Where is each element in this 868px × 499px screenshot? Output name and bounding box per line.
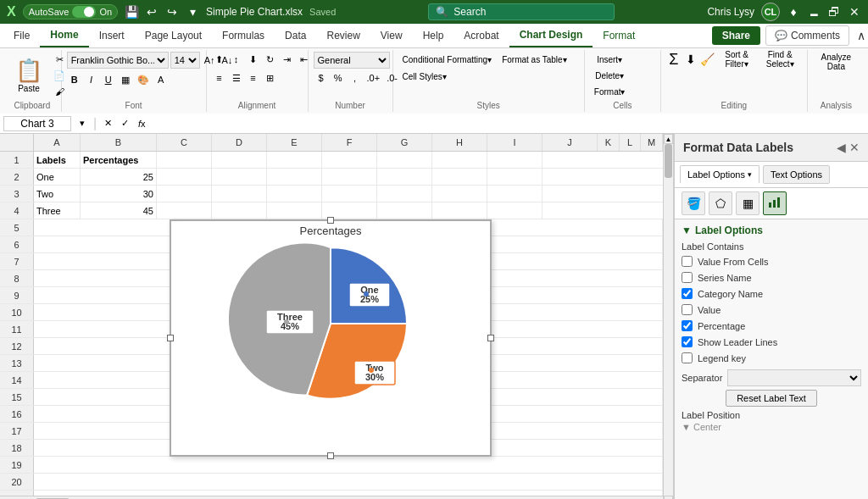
conditional-formatting-button[interactable]: Conditional Formatting▾	[398, 52, 497, 67]
v-scrollbar[interactable]: ▲ ▼	[663, 134, 673, 499]
resize-handle-top[interactable]	[327, 217, 334, 224]
cell-d4[interactable]	[212, 202, 267, 219]
tab-acrobat[interactable]: Acrobat	[453, 24, 509, 47]
chart-container[interactable]: Percentages One 25%	[170, 219, 492, 457]
tab-insert[interactable]: Insert	[89, 24, 135, 47]
v-scroll-track[interactable]	[664, 144, 673, 496]
checkbox-series-name[interactable]	[682, 272, 693, 283]
panel-pin-button[interactable]: ◀	[837, 141, 846, 154]
sort-filter-button[interactable]: Sort & Filter▾	[717, 52, 757, 67]
align-center-button[interactable]: ☰	[229, 70, 244, 86]
cell-a2[interactable]: One	[34, 169, 81, 185]
align-right-button[interactable]: ≡	[246, 70, 261, 86]
tab-home[interactable]: Home	[40, 24, 88, 47]
comma-button[interactable]: ,	[348, 70, 363, 86]
cell-h2[interactable]	[432, 169, 487, 185]
tab-review[interactable]: Review	[316, 24, 370, 47]
v-scroll-thumb[interactable]	[665, 144, 672, 178]
cell-h4[interactable]	[432, 202, 487, 219]
tab-page-layout[interactable]: Page Layout	[135, 24, 212, 47]
format-button[interactable]: Format▾	[590, 84, 630, 99]
cell-d1[interactable]	[212, 152, 267, 168]
label-options-icon-button[interactable]	[763, 191, 787, 215]
save-button[interactable]: 💾	[125, 5, 138, 19]
checkbox-show-leader-lines[interactable]	[682, 336, 693, 347]
cell-a4[interactable]: Three	[34, 202, 81, 219]
tab-file[interactable]: File	[3, 24, 40, 47]
scroll-down-button[interactable]: ▼	[664, 496, 673, 499]
cell-a1[interactable]: Labels	[34, 152, 81, 168]
cell-b3[interactable]: 30	[81, 186, 157, 202]
reset-label-text-button[interactable]: Reset Label Text	[726, 390, 817, 407]
cell-d2[interactable]	[212, 169, 267, 185]
border-button[interactable]: ▦	[118, 72, 133, 87]
cell-c1[interactable]	[157, 152, 212, 168]
cell-e1[interactable]	[267, 152, 322, 168]
diamond-icon[interactable]: ♦	[787, 5, 800, 19]
cell-g1[interactable]	[377, 152, 432, 168]
clear-button[interactable]: 🧹	[700, 52, 715, 67]
tab-text-options[interactable]: Text Options	[763, 165, 830, 184]
separator-dropdown[interactable]	[727, 369, 861, 386]
cell-c4[interactable]	[157, 202, 212, 219]
align-bottom-button[interactable]: ⬇	[246, 52, 261, 67]
format-as-table-button[interactable]: Format as Table▾	[498, 52, 571, 67]
sum-button[interactable]: Σ	[666, 52, 682, 67]
cell-e4[interactable]	[267, 202, 322, 219]
italic-button[interactable]: I	[84, 72, 99, 87]
align-left-button[interactable]: ≡	[212, 70, 227, 86]
checkbox-legend-key[interactable]	[682, 352, 693, 363]
cell-d3[interactable]	[212, 186, 267, 202]
currency-button[interactable]: $	[314, 70, 329, 86]
cell-c3[interactable]	[157, 186, 212, 202]
tab-data[interactable]: Data	[275, 24, 316, 47]
delete-button[interactable]: Delete▾	[590, 68, 630, 83]
cell-b4[interactable]: 45	[81, 202, 157, 219]
insert-button[interactable]: Insert▾	[590, 52, 630, 67]
merge-button[interactable]: ⊞	[263, 70, 278, 86]
panel-close-button[interactable]: ✕	[849, 141, 860, 154]
font-size-select[interactable]: 14	[170, 52, 200, 69]
checkbox-percentage[interactable]	[682, 320, 693, 331]
effects-icon-button[interactable]: ⬠	[709, 191, 732, 215]
cell-e2[interactable]	[267, 169, 322, 185]
resize-handle-bottom[interactable]	[327, 452, 334, 459]
minimize-button[interactable]: 🗕	[807, 5, 821, 19]
fill-effects-icon-button[interactable]: 🪣	[682, 191, 705, 215]
tab-help[interactable]: Help	[413, 24, 454, 47]
resize-handle-left[interactable]	[167, 335, 174, 341]
search-box[interactable]: 🔍 Search	[428, 3, 615, 20]
indent-more-button[interactable]: ⇥	[280, 52, 295, 67]
cell-i2[interactable]	[487, 169, 542, 185]
formula-input[interactable]	[153, 118, 865, 130]
font-color-button[interactable]: A	[153, 72, 169, 87]
cell-styles-button[interactable]: Cell Styles▾	[398, 69, 451, 84]
customize-button[interactable]: ▾	[186, 5, 199, 19]
size-properties-icon-button[interactable]: ▦	[736, 191, 760, 215]
cell-i1[interactable]	[487, 152, 542, 168]
tab-label-options[interactable]: Label Options ▾	[680, 165, 760, 184]
cell-g3[interactable]	[377, 186, 432, 202]
cell-i3[interactable]	[487, 186, 542, 202]
fill-color-button[interactable]: 🎨	[135, 72, 152, 87]
increase-decimal-button[interactable]: .0+	[364, 70, 383, 86]
close-button[interactable]: ✕	[848, 5, 861, 19]
resize-handle-right[interactable]	[487, 335, 494, 341]
text-direction-button[interactable]: ↻	[263, 52, 278, 67]
cell-i4[interactable]	[487, 202, 542, 219]
paste-button[interactable]: 📋 Paste	[8, 54, 49, 97]
tab-view[interactable]: View	[370, 24, 413, 47]
cell-f1[interactable]	[322, 152, 377, 168]
h-scrollbar[interactable]	[0, 496, 663, 499]
autosave-toggle[interactable]	[72, 6, 96, 18]
cell-f2[interactable]	[322, 169, 377, 185]
confirm-formula-button[interactable]: ✓	[117, 116, 132, 131]
redo-button[interactable]: ↪	[165, 5, 179, 19]
maximize-button[interactable]: 🗗	[827, 5, 841, 19]
tab-format[interactable]: Format	[593, 24, 645, 47]
cell-h3[interactable]	[432, 186, 487, 202]
fill-button[interactable]: ⬇	[683, 52, 698, 67]
bold-button[interactable]: B	[67, 72, 82, 87]
cell-b1[interactable]: Percentages	[81, 152, 157, 168]
find-select-button[interactable]: Find & Select▾	[758, 52, 801, 67]
